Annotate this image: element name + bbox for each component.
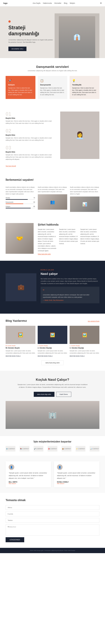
numbered-item-1: 02 Başlık Ekle Sample text. Click to sel… (6, 128, 56, 142)
testimonials-section: 👤 "Sample quote. Lorem ipsum dolor sit a… (0, 456, 105, 493)
services-grid: 🚀 Gelişim Sample text. Click to select t… (6, 76, 99, 99)
contact-name-input[interactable] (6, 505, 99, 510)
numbered-text-2: Sample text. Click to select the text bo… (6, 154, 56, 160)
dark-section-content: BİZİMLE ÇALIŞIN Nasıl çalışır Nec facili… (41, 269, 99, 305)
hero-title: Strateji danışmanlığı (9, 24, 53, 36)
number-0: 01 (6, 112, 56, 116)
about-section: 🤝 Şirket hakkında Sample text. Lorem ips… (0, 218, 105, 261)
testimonial-card-0: 👤 "Sample quote. Lorem ipsum dolor sit a… (6, 461, 51, 488)
blog-view-all-link[interactable]: tüm günlerini finçki (88, 320, 99, 322)
dark-section: 💼 BİZİMLE ÇALIŞIN Nasıl çalışır Nec faci… (0, 261, 105, 314)
blog-card-text-1: Sample text. Lorem ipsum dolor sit amet,… (38, 350, 67, 354)
about-more-link[interactable]: Daha fazla bilgi edini (38, 253, 51, 255)
contact-email-input[interactable] (6, 512, 99, 516)
number-2: 03 (6, 145, 56, 150)
numbered-link[interactable]: Text here frengill (6, 165, 16, 167)
nav-item-home[interactable]: Ana Sayfa (33, 2, 40, 4)
coaching-section: Koçluk Nasıl Çalışır? Sample text. Lorem… (0, 371, 105, 436)
service-text-1: Sample text. Click to select the text bo… (40, 87, 65, 96)
blog-card-image-0: 🖼️ (6, 326, 35, 344)
blog-header: Blog Yazılarımız tüm günlerini finçki (6, 319, 99, 322)
quote-author: — Mattie Smith, Baş Muhasebeci (43, 300, 97, 301)
client-logo-1: 📚 COMPANY (20, 446, 29, 452)
testimonial-avatar-0: 👤 (9, 464, 14, 470)
numbered-text-1: Sample text. Click to select the text bo… (6, 137, 56, 142)
service-icon-1: 📋 (40, 79, 65, 82)
dark-section-image: 💼 (6, 273, 36, 301)
dark-section-quote: " consectetur adipiscing elit aliquam do… (41, 287, 99, 303)
blog-card-link-1[interactable]: OKUYUN DAHA FAZLA (38, 355, 53, 357)
about-col-0: Sample text. Lorem ipsum dolor sit amet,… (38, 228, 57, 252)
client-icon-4: 📦 (62, 448, 64, 450)
blog-date-2: 3. Günden Başlığı (70, 345, 99, 346)
testimonial-name-0: BILL SMITH (9, 481, 48, 483)
dark-section-title: Nasıl çalışır (41, 272, 99, 276)
client-logo-6: 📊 COMPANY (90, 446, 99, 452)
numbered-item-2: 03 Başlık Ekle Sample text. Click to sel… (6, 145, 56, 160)
client-label-4: COMPANY (64, 448, 71, 450)
coaching-btn-1[interactable]: daha fazla bilgi edini (34, 392, 54, 397)
blog-card-title-2: 3. Günden Başlığı (70, 347, 99, 349)
service-icon-2: 💡 (72, 79, 97, 82)
blog-card-2: 🖼️ 3. Günden Başlığı 3. Günden Başlığı S… (70, 326, 99, 357)
contact-form: GÖNDERMEK (6, 505, 99, 542)
coaching-buttons: daha fazla bilgi edini Kadri Deme (6, 392, 99, 397)
blog-more-container: daha fazla blog edini (6, 360, 99, 365)
numbered-image: 👩‍💼 (60, 112, 99, 159)
blog-date-0: İlk Günden Başlık (6, 345, 35, 346)
blog-card-link-0[interactable]: OKUYUN DAHA FAZLA (6, 355, 21, 357)
about-columns: Sample text. Lorem ipsum dolor sit amet,… (38, 228, 99, 252)
contact-message-input[interactable] (6, 524, 99, 536)
services-subtitle: consectetur adipiscing elit aliquam dolo… (6, 70, 99, 72)
nav-item-contact[interactable]: İletişim (70, 2, 75, 4)
hero-dot (9, 20, 11, 22)
footer: footer metin buraya gelir. Consectetur a… (0, 548, 105, 553)
nav-item-services[interactable]: Hizmetler (54, 2, 61, 4)
blog-card-image-2: 🖼️ (70, 326, 99, 344)
coaching-btn-2[interactable]: Kadri Deme (56, 392, 71, 397)
blog-card-image-1: 🖼️ (38, 326, 67, 344)
hamburger-icon[interactable]: ≡ (100, 2, 102, 4)
testimonial-role-1: Alla utsaum (57, 483, 96, 484)
progress-title: İlerlememizi sayalım! (6, 178, 99, 182)
client-icon-6: 📊 (90, 448, 92, 450)
service-card-0: 🚀 Gelişim Sample text. Click to select t… (6, 76, 35, 99)
service-card-2: 💡 Yenilikçilik Sample text. Click to sel… (70, 76, 99, 99)
client-icon-2: ✔️ (34, 448, 36, 450)
dark-section-text: Nec facilisi amet curabitur tortor id us… (41, 278, 99, 285)
service-text-2: Sample text. Click to select the text bo… (72, 87, 97, 96)
progress-section: İlerlememizi sayalım! Audit exercitation… (0, 173, 105, 218)
quote-mark-icon: " (43, 289, 97, 293)
nav-menu: Ana Sayfa Hakkımızda Hizmetler Blog İlet… (33, 2, 75, 4)
client-label-5: COMPANY (78, 448, 85, 450)
nav-item-blog[interactable]: Blog (64, 2, 67, 4)
numbered-title-1: Başlık Ekle (6, 134, 56, 136)
contact-phone-input[interactable] (6, 518, 99, 523)
service-card-1: 📋 Danışmanlık Sample text. Click to sele… (38, 76, 67, 99)
blog-grid: 🖼️ İlk Günden Başlık İlk Günden Başlık S… (6, 326, 99, 357)
nav-item-about[interactable]: Hakkımızda (43, 2, 52, 4)
client-label-6: COMPANY (92, 448, 99, 450)
service-icon-0: 🚀 (8, 79, 33, 82)
dark-section-label: BİZİMLE ÇALIŞIN (41, 269, 99, 271)
blog-card-title-1: 2. Günden Başlığı (38, 347, 67, 349)
blog-card-0: 🖼️ İlk Günden Başlık İlk Günden Başlık S… (6, 326, 35, 357)
blog-card-link-2[interactable]: OKUYUN DAHA FAZLA (70, 355, 84, 357)
coaching-title: Koçluk Nasıl Çalışır? (6, 378, 99, 382)
client-icon-0: ⚙️ (6, 448, 8, 450)
clients-grid: ⚙️ COMPANY 📚 COMPANY ✔️ COMPANY 🎯 COMPAN… (6, 446, 99, 452)
about-col-1: Sample text. Lorem ipsum dolor sit amet,… (59, 228, 78, 252)
client-label-1: COMPANY (22, 448, 29, 450)
dark-section-image-container: 💼 (6, 273, 36, 301)
contact-submit-button[interactable]: GÖNDERMEK (6, 537, 24, 542)
services-title: Danışmanlık servisleri (6, 65, 99, 69)
hero-cta-button[interactable]: DEVAMINI OKU (9, 46, 27, 51)
testimonial-avatar-1: 👤 (57, 464, 63, 470)
service-title-2: Yenilikçilik (72, 84, 97, 86)
coaching-text: Sample text. Lorem ipsum dolor sit amet,… (18, 383, 87, 388)
client-icon-5: ⚡ (76, 448, 78, 450)
progress-image-1: 👥 (38, 194, 67, 210)
numbered-item-0: 01 Başlık Ekle Sample text. Click to sel… (6, 112, 56, 124)
blog-more-button[interactable]: daha fazla blog edini (41, 360, 64, 365)
progress-label-0: Strateji 75 (6, 197, 35, 198)
